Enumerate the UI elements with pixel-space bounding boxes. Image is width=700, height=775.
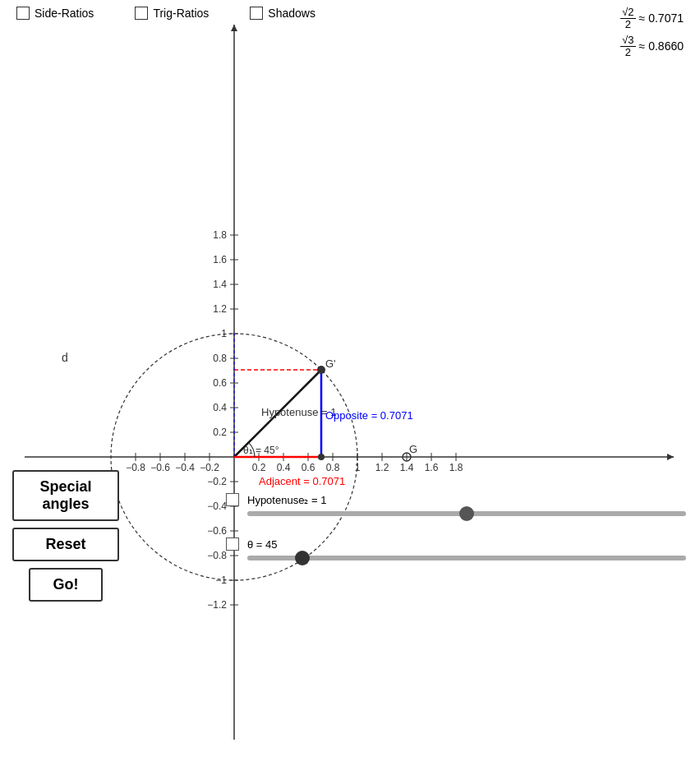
hypotenuse-slider-label: Hypotenuse₂ = 1 — [247, 494, 326, 506]
graph-canvas: −0.8 −0.6 −0.4 −0.2 0.2 0.4 0.6 0.8 1 — [0, 0, 700, 775]
hypotenuse-slider-checkbox[interactable] — [226, 493, 239, 506]
svg-text:−0.6: −0.6 — [150, 462, 170, 473]
svg-text:−0.2: −0.2 — [207, 476, 227, 487]
adjacent-text-label: Adjacent = 0.7071 — [259, 475, 345, 487]
svg-text:1.2: 1.2 — [375, 462, 389, 473]
theta-slider-label: θ = 45 — [247, 538, 278, 551]
g-label: G — [409, 443, 417, 455]
svg-text:−0.4: −0.4 — [207, 501, 227, 512]
theta-slider-track — [247, 556, 686, 560]
foot-point — [318, 454, 325, 460]
reset-button[interactable]: Reset — [12, 528, 119, 561]
svg-text:1.6: 1.6 — [425, 462, 439, 473]
svg-text:0.2: 0.2 — [213, 427, 227, 438]
hypotenuse-slider-thumb[interactable] — [459, 506, 474, 521]
svg-text:−0.8: −0.8 — [126, 462, 145, 473]
theta-slider-checkbox[interactable] — [226, 537, 239, 551]
left-panel: Special angles Reset Go! — [12, 470, 119, 602]
y-axis-arrow — [231, 25, 237, 31]
go-button[interactable]: Go! — [29, 568, 103, 602]
svg-text:−1.2: −1.2 — [207, 599, 227, 611]
svg-text:1: 1 — [221, 328, 227, 339]
svg-text:1.8: 1.8 — [449, 462, 463, 473]
svg-text:0.4: 0.4 — [213, 402, 227, 413]
hypotenuse-slider-track-container — [247, 511, 686, 516]
theta-slider-row: θ = 45 — [226, 537, 686, 560]
opposite-text-label: Opposite = 0.7071 — [325, 409, 413, 422]
svg-text:0.6: 0.6 — [213, 377, 227, 389]
svg-text:1.4: 1.4 — [400, 462, 414, 473]
svg-text:1.4: 1.4 — [213, 279, 227, 290]
svg-text:1: 1 — [355, 462, 361, 473]
d-label: d — [62, 351, 68, 364]
sliders-area: Hypotenuse₂ = 1 θ = 45 — [226, 493, 686, 560]
x-axis-arrow — [667, 454, 674, 460]
svg-text:−1: −1 — [215, 574, 227, 586]
svg-text:1.8: 1.8 — [213, 229, 227, 241]
svg-text:0.8: 0.8 — [326, 462, 340, 473]
g-prime-point — [317, 366, 325, 374]
svg-text:0.8: 0.8 — [213, 353, 227, 364]
svg-text:1.2: 1.2 — [213, 303, 227, 315]
angle-label: θ₁ = 45° — [243, 445, 279, 456]
svg-text:0.2: 0.2 — [252, 462, 266, 473]
g-prime-label: G' — [325, 358, 336, 370]
svg-text:−0.2: −0.2 — [200, 462, 219, 473]
svg-text:0.6: 0.6 — [302, 462, 315, 473]
theta-slider-track-container — [247, 556, 686, 560]
svg-text:−0.8: −0.8 — [207, 550, 227, 561]
svg-text:1.6: 1.6 — [213, 254, 227, 265]
theta-slider-thumb[interactable] — [295, 551, 310, 565]
hypotenuse-slider-row: Hypotenuse₂ = 1 — [226, 493, 686, 516]
main-container: Side-Ratios Trig-Ratios Shadows √2 2 ≈ 0… — [0, 0, 700, 775]
svg-text:−0.6: −0.6 — [207, 525, 227, 537]
svg-text:0.4: 0.4 — [277, 462, 291, 473]
special-angles-button[interactable]: Special angles — [12, 470, 119, 521]
svg-text:−0.4: −0.4 — [175, 462, 195, 473]
